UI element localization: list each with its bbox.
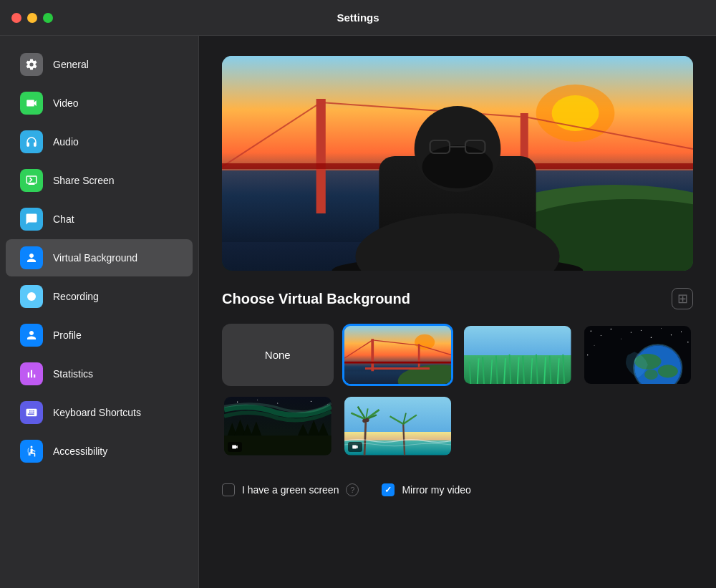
sidebar-item-video[interactable]: Video xyxy=(6,85,193,122)
chat-icon xyxy=(20,208,43,231)
minimize-button[interactable] xyxy=(27,13,37,23)
sidebar-item-audio[interactable]: Audio xyxy=(6,123,193,160)
svg-point-65 xyxy=(657,365,677,377)
title-bar: Settings xyxy=(0,0,716,36)
mirror-video-checkbox[interactable] xyxy=(382,483,395,496)
sidebar-label-accessibility: Accessibility xyxy=(53,445,107,457)
sidebar-label-keyboard-shortcuts: Keyboard Shortcuts xyxy=(53,407,141,418)
preview-container xyxy=(222,56,693,271)
svg-point-81 xyxy=(327,405,328,405)
traffic-lights xyxy=(11,13,53,23)
svg-rect-6 xyxy=(316,99,326,213)
bg-golden-gate-image xyxy=(344,326,452,384)
sidebar-item-keyboard-shortcuts[interactable]: Keyboard Shortcuts xyxy=(6,394,193,431)
maximize-button[interactable] xyxy=(43,13,53,23)
screen-icon xyxy=(20,169,43,192)
profile-icon xyxy=(20,324,43,347)
sidebar-label-share-screen: Share Screen xyxy=(53,175,115,186)
sidebar-label-profile: Profile xyxy=(53,329,82,341)
bg-option-grass[interactable] xyxy=(462,324,574,386)
sidebar-item-chat[interactable]: Chat xyxy=(6,201,193,238)
main-layout: General Video Audio Share Screen Chat xyxy=(0,36,716,588)
svg-point-59 xyxy=(594,345,594,346)
bg-space-image xyxy=(584,326,692,384)
svg-point-66 xyxy=(644,370,658,380)
headphone-icon xyxy=(20,130,43,153)
add-background-button[interactable]: ⊞ xyxy=(672,288,693,309)
sidebar-label-video: Video xyxy=(53,97,79,109)
svg-point-23 xyxy=(415,334,435,350)
bg-option-beach[interactable] xyxy=(342,395,454,457)
svg-point-50 xyxy=(600,335,601,336)
svg-point-58 xyxy=(680,332,681,332)
svg-point-53 xyxy=(630,332,631,332)
sidebar-label-audio: Audio xyxy=(53,136,79,148)
accessibility-icon xyxy=(20,440,43,463)
svg-point-0 xyxy=(27,292,36,301)
gear-icon xyxy=(20,53,43,76)
svg-point-31 xyxy=(397,365,451,384)
bottom-controls: I have a green screen ? Mirror my video xyxy=(222,478,693,502)
add-icon: ⊞ xyxy=(677,291,688,307)
bg-grass-image xyxy=(464,326,571,384)
sidebar-label-recording: Recording xyxy=(53,291,99,302)
svg-point-61 xyxy=(687,342,688,342)
mirror-video-group[interactable]: Mirror my video xyxy=(382,483,470,496)
sidebar-item-recording[interactable]: Recording xyxy=(6,278,193,315)
recording-icon xyxy=(20,285,43,308)
sidebar-label-virtual-background: Virtual Background xyxy=(53,252,137,264)
sidebar-label-statistics: Statistics xyxy=(53,368,93,380)
content-area: Choose Virtual Background ⊞ None xyxy=(199,36,716,588)
section-title-row: Choose Virtual Background ⊞ xyxy=(222,288,693,309)
svg-point-1 xyxy=(31,446,33,448)
sidebar-item-share-screen[interactable]: Share Screen xyxy=(6,162,193,199)
svg-point-4 xyxy=(552,95,599,131)
green-screen-group[interactable]: I have a green screen ? xyxy=(222,483,359,496)
svg-rect-25 xyxy=(417,344,420,368)
beach-video-badge xyxy=(348,442,362,452)
section-title-text: Choose Virtual Background xyxy=(222,291,410,307)
background-grid: None xyxy=(222,324,693,458)
mirror-video-label: Mirror my video xyxy=(402,484,470,496)
bg-option-golden-gate[interactable] xyxy=(342,324,454,386)
sidebar-item-statistics[interactable]: Statistics xyxy=(6,355,193,392)
sidebar-item-general[interactable]: General xyxy=(6,46,193,83)
svg-point-90 xyxy=(364,418,369,422)
sidebar: General Video Audio Share Screen Chat xyxy=(0,36,199,588)
bg-option-space[interactable] xyxy=(582,324,694,386)
virtual-background-icon xyxy=(20,246,43,269)
svg-point-56 xyxy=(660,328,661,329)
sidebar-item-profile[interactable]: Profile xyxy=(6,317,193,354)
green-screen-label: I have a green screen xyxy=(242,484,339,496)
svg-rect-24 xyxy=(371,339,374,371)
bg-option-aurora[interactable] xyxy=(222,395,334,457)
svg-point-60 xyxy=(587,355,588,355)
svg-point-52 xyxy=(620,339,621,339)
svg-point-49 xyxy=(590,331,591,332)
green-screen-checkbox[interactable] xyxy=(222,483,235,496)
svg-point-78 xyxy=(257,400,258,401)
aurora-video-badge xyxy=(228,442,242,452)
svg-rect-29 xyxy=(344,362,452,364)
sidebar-label-general: General xyxy=(53,59,89,70)
keyboard-icon xyxy=(20,401,43,424)
green-screen-help-icon[interactable]: ? xyxy=(346,483,359,496)
window-title: Settings xyxy=(337,11,379,24)
video-icon xyxy=(20,92,43,115)
svg-point-77 xyxy=(237,402,238,403)
bg-option-none[interactable]: None xyxy=(222,324,334,386)
svg-line-83 xyxy=(364,420,366,456)
sidebar-label-chat: Chat xyxy=(53,213,74,225)
bg-none-label: None xyxy=(265,349,291,361)
svg-point-17 xyxy=(422,145,493,188)
svg-point-55 xyxy=(650,337,651,338)
statistics-icon xyxy=(20,362,43,385)
sidebar-item-virtual-background[interactable]: Virtual Background xyxy=(6,239,193,276)
sidebar-item-accessibility[interactable]: Accessibility xyxy=(6,433,193,470)
svg-point-57 xyxy=(670,334,671,335)
bridge-svg xyxy=(222,56,693,271)
close-button[interactable] xyxy=(11,13,21,23)
svg-point-80 xyxy=(311,401,311,402)
svg-point-79 xyxy=(277,403,278,404)
svg-point-54 xyxy=(640,330,641,331)
